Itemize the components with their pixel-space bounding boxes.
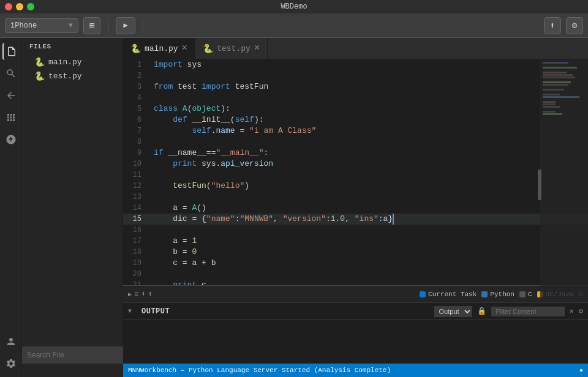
panel-settings-icon[interactable]: ⚙ [579, 307, 583, 316]
legend-dot-python [481, 291, 488, 297]
separator2 [143, 18, 143, 33]
output-selector[interactable]: Output [434, 306, 472, 317]
activity-search[interactable] [2, 65, 20, 82]
upload-icon: ⬆ [550, 20, 555, 31]
activity-bar [0, 38, 22, 377]
panel-lock-icon[interactable]: 🔒 [477, 307, 486, 316]
minimize-button[interactable] [16, 3, 23, 10]
panel-upload-icon[interactable]: ⬆ [148, 289, 152, 299]
code-line-15: 15 dic = {"name":"MNNWB", "version":1.0,… [123, 214, 588, 225]
code-line-11: 11 [123, 170, 588, 181]
code-line-3: 3 from test import testFun [123, 81, 588, 92]
file-name-main: main.py [48, 58, 82, 67]
code-line-20: 20 [123, 269, 588, 280]
code-line-2: 2 [123, 70, 588, 81]
grid-icon-button[interactable]: ⊞ [83, 17, 100, 34]
window-controls [5, 3, 34, 10]
panel-list-icon[interactable]: ≡ [134, 290, 138, 299]
app-title: WBDemo [281, 2, 307, 11]
panel: ▼ OUTPUT Output 🔒 ✕ ⚙ [123, 302, 588, 364]
maximize-button[interactable] [27, 3, 34, 10]
code-line-14: 14 a = A() [123, 203, 588, 214]
legend-dot-task [420, 291, 426, 297]
gear-icon: ⚙ [572, 20, 577, 31]
filter-content-input[interactable] [491, 307, 565, 316]
panel-output-content [123, 320, 588, 351]
activity-files[interactable] [2, 43, 20, 60]
files-icon [6, 46, 17, 57]
panel-toolbar: ▶ ≡ ⬇ ⬆ Current Task Python C [123, 285, 588, 302]
panel-filter-icon[interactable] [491, 307, 565, 316]
titlebar: WBDemo [0, 0, 588, 13]
panel-clear-icon[interactable]: ✕ [570, 307, 574, 316]
code-editor[interactable]: 1 import sys 2 3 from test import testFu… [123, 59, 588, 285]
file-item-main[interactable]: 🐍 main.py [22, 55, 123, 69]
device-selector[interactable]: iPhone ▼ [5, 18, 78, 33]
status-message: MNNWorkbench – Python Language Server St… [128, 367, 391, 374]
activity-debug[interactable] [2, 131, 20, 148]
code-line-5: 5 class A(object): [123, 103, 588, 114]
device-label: iPhone [10, 21, 37, 30]
separator [108, 18, 108, 33]
settings-button[interactable]: ⚙ [566, 17, 583, 34]
panel-run-icon[interactable]: ▶ [128, 291, 132, 298]
code-line-10: 10 print sys.api_version [123, 159, 588, 170]
grid-icon: ⊞ [89, 20, 94, 31]
code-line-6: 6 def __init__(self): [123, 114, 588, 125]
main-layout: Files 🐍 main.py 🐍 test.py 🐍 main.py × 🐍 … [0, 38, 588, 377]
code-line-12: 12 testFun("hello") [123, 181, 588, 192]
activity-account[interactable] [2, 333, 20, 350]
tab-test-icon: 🐍 [203, 43, 213, 54]
status-dot: ● [579, 367, 583, 374]
tab-main-py[interactable]: 🐍 main.py × [123, 38, 195, 59]
search-icon [6, 68, 17, 79]
code-line-13: 13 [123, 192, 588, 203]
activity-git[interactable] [2, 87, 20, 104]
tab-test-py[interactable]: 🐍 test.py × [195, 38, 268, 59]
chevron-down-icon: ▼ [69, 21, 73, 30]
close-button[interactable] [5, 3, 12, 10]
panel-download-icon[interactable]: ⬇ [141, 289, 145, 299]
panel-expand-arrow[interactable]: ▼ [128, 308, 132, 315]
tab-main-close[interactable]: × [182, 43, 188, 53]
debug-icon [6, 134, 17, 145]
code-line-19: 19 c = a + b [123, 258, 588, 269]
tab-test-label: test.py [217, 44, 251, 53]
code-line-16: 16 [123, 225, 588, 236]
share-button[interactable]: ⬆ [544, 17, 561, 34]
play-button[interactable]: ▶ [116, 17, 135, 34]
activity-settings[interactable] [2, 355, 20, 372]
search-file-bar [22, 346, 123, 364]
settings-icon [6, 358, 17, 369]
code-line-4: 4 [123, 92, 588, 103]
status-bar: MNNWorkbench – Python Language Server St… [123, 364, 588, 377]
sidebar-header: Files [22, 38, 123, 55]
toolbar-right: ⬆ ⚙ [544, 17, 583, 34]
minimap [540, 59, 588, 302]
panel-tab-output[interactable]: OUTPUT [137, 307, 175, 316]
code-line-1: 1 import sys [123, 59, 588, 70]
legend-current-task: Current Task [420, 291, 477, 298]
code-line-9: 9 if __name__=="__main__": [123, 147, 588, 159]
toolbar: iPhone ▼ ⊞ ▶ ⬆ ⚙ [0, 13, 588, 38]
sidebar: Files 🐍 main.py 🐍 test.py [22, 38, 123, 377]
legend-python: Python [481, 291, 514, 298]
collapse-handle[interactable] [538, 170, 541, 200]
search-file-input[interactable] [27, 351, 118, 359]
legend-c: C [519, 291, 532, 298]
code-line-21: 21 print c [123, 280, 588, 285]
editor-tabs: 🐍 main.py × 🐍 test.py × [123, 38, 588, 59]
python-file-icon-2: 🐍 [34, 71, 45, 81]
status-right: ● [579, 367, 583, 374]
tab-test-close[interactable]: × [254, 43, 260, 53]
file-item-test[interactable]: 🐍 test.py [22, 69, 123, 83]
editor-wrapper: 🐍 main.py × 🐍 test.py × 1 import sys [123, 38, 588, 377]
tab-main-label: main.py [145, 44, 178, 53]
panel-tabs: ▼ OUTPUT Output 🔒 ✕ ⚙ [123, 303, 588, 320]
minimap-content [540, 59, 588, 118]
legend-dot-c [519, 291, 526, 297]
legend-label-c: C [528, 291, 532, 298]
account-icon [6, 336, 17, 347]
legend-label-python: Python [490, 291, 514, 298]
activity-extensions[interactable] [2, 109, 20, 126]
